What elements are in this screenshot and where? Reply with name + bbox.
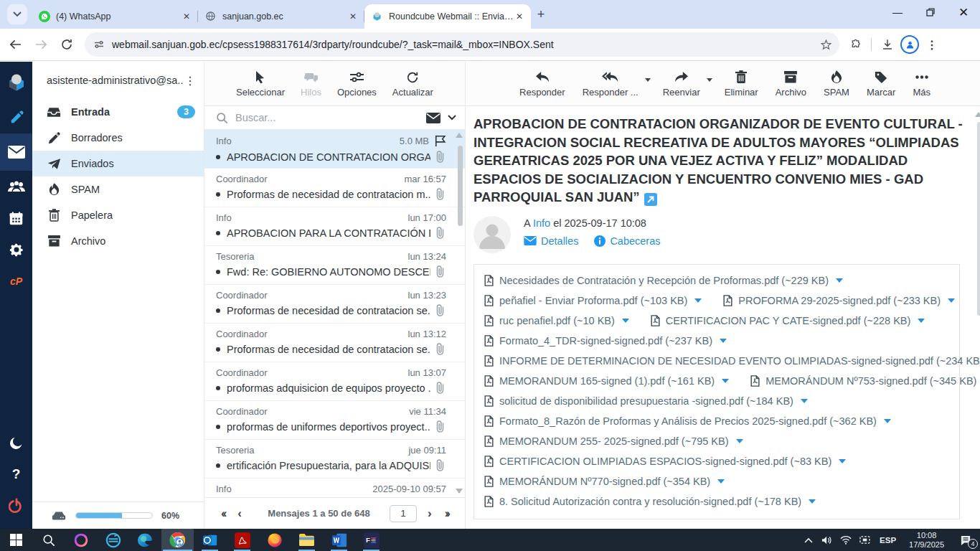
settings-nav-button[interactable] [0, 234, 32, 265]
logout-button[interactable] [0, 490, 32, 522]
attachment-name[interactable]: PROFORMA 29-2025-signed.pdf (~233 KB) [738, 295, 941, 306]
tab-close-icon[interactable]: ✕ [347, 11, 359, 22]
mark-button[interactable]: Marcar [862, 70, 900, 98]
message-row[interactable]: Coordinadorvie 11:34proformas de uniform… [204, 401, 465, 440]
external-link-icon[interactable] [644, 193, 657, 206]
taskbar-search-button[interactable] [32, 529, 65, 551]
prev-page-button[interactable]: ‹ [231, 507, 248, 521]
attachment-name[interactable]: ruc penafiel.pdf (~10 KB) [499, 315, 615, 326]
folder-item-enviados[interactable]: Enviados [32, 151, 204, 176]
next-page-button[interactable]: › [421, 507, 438, 521]
page-input[interactable]: 1 [390, 505, 417, 522]
attachment-item[interactable]: MEMORÁNDUM Nº770-signed.pdf (~354 KB) [484, 476, 725, 487]
attachment-menu-icon[interactable] [694, 298, 702, 303]
wifi-icon[interactable] [837, 529, 855, 551]
attachment-name[interactable]: solicitud de disponibilidad presupuestar… [499, 395, 793, 407]
message-row[interactable]: Info5.0 MBAPROBACION DE CONTRATACION ORG… [204, 130, 465, 169]
back-button[interactable] [4, 34, 26, 55]
details-toggle[interactable]: Detalles [524, 235, 578, 247]
last-page-button[interactable]: ›› [438, 507, 455, 521]
attachment-name[interactable]: CERTIFICACION PAC Y CATE-signed.pdf (~22… [666, 315, 911, 326]
attachment-name[interactable]: MEMORANDUM 255- 2025-signed.pdf (~795 KB… [499, 435, 729, 447]
attachment-menu-icon[interactable] [839, 459, 846, 463]
archive-button[interactable]: Archivo [771, 70, 811, 98]
attachment-menu-icon[interactable] [717, 479, 725, 484]
attachment-item[interactable]: peñafiel - Enviar Proforma.pdf (~103 KB) [484, 295, 702, 306]
attachment-item[interactable]: INFORME DE DETERMINACION DE NECESIDAD EV… [484, 355, 980, 367]
tab-close-icon[interactable]: ✕ [181, 11, 192, 22]
new-tab-button[interactable]: + [531, 4, 551, 24]
threads-button[interactable]: Hilos [296, 70, 326, 98]
tab-sanjuan[interactable]: sanjuan.gob.ec ✕ [198, 4, 364, 29]
search-options-chevron-icon[interactable] [448, 115, 456, 121]
scrollbar-thumb[interactable] [458, 146, 463, 226]
message-row[interactable]: Coordinadormar 16:57Proformas de necesid… [204, 169, 465, 207]
search-scope-icon[interactable] [426, 113, 440, 123]
attachment-item[interactable]: ruc penafiel.pdf (~10 KB) [484, 315, 629, 326]
scroll-up-icon[interactable] [456, 133, 463, 138]
firefox-icon[interactable] [258, 529, 291, 551]
reply-all-menu-icon[interactable] [645, 78, 651, 82]
outlook-icon[interactable] [194, 529, 226, 551]
forward-button[interactable]: Reenviar [658, 70, 705, 98]
select-button[interactable]: Seleccionar [231, 70, 290, 98]
options-button[interactable]: Opciones [332, 70, 382, 98]
close-window-button[interactable]: ✕ [947, 0, 980, 24]
folder-item-archivo[interactable]: Archivo [32, 228, 204, 254]
attachment-menu-icon[interactable] [736, 439, 743, 443]
attachment-name[interactable]: Necesidades de Contratación y Recepción … [499, 275, 829, 286]
tab-close-icon[interactable]: ✕ [514, 11, 525, 22]
calendar-nav-button[interactable] [0, 202, 32, 234]
attachment-menu-icon[interactable] [948, 298, 955, 303]
edge-icon[interactable] [129, 529, 161, 551]
attachment-name[interactable]: MEMORANDUM 165-signed (1).pdf (~161 KB) [499, 375, 715, 387]
attachment-menu-icon[interactable] [801, 399, 808, 403]
attachment-name[interactable]: Formato_4_TDR-signed-signed.pdf (~237 KB… [499, 335, 712, 347]
message-row[interactable]: Coordinadorlun 13:23Proformas de necesid… [204, 285, 465, 324]
attachment-menu-icon[interactable] [722, 379, 729, 383]
attachment-item[interactable]: PROFORMA 29-2025-signed.pdf (~233 KB) [723, 295, 955, 306]
search-bar[interactable]: Buscar... [204, 106, 465, 130]
acrobat-icon[interactable] [226, 529, 258, 551]
tray-expand-icon[interactable] [799, 529, 818, 551]
attachment-item[interactable]: Formato_8_Razón de Proformas y Análisis … [484, 415, 891, 427]
attachment-name[interactable]: MEMORÁNDUM Nº753-signed.pdf (~345 KB) [765, 375, 976, 387]
search-input[interactable]: Buscar... [235, 112, 419, 123]
attachment-item[interactable]: 8. Solicitud Autorización contra y resol… [484, 496, 816, 507]
headers-toggle[interactable]: Cabeceras [594, 235, 660, 247]
forward-button[interactable] [30, 34, 52, 55]
display-connect-icon[interactable] [855, 529, 874, 551]
tab-roundcube[interactable]: Roundcube Webmail :: Enviados ✕ [364, 4, 531, 29]
attachment-name[interactable]: CERTIFICACION OLIMPIADAS ESPACIOS-signed… [499, 456, 831, 467]
scroll-up-icon[interactable] [975, 112, 980, 117]
internet-explorer-icon[interactable] [97, 529, 129, 551]
language-indicator[interactable]: ESP [874, 536, 902, 545]
attachment-item[interactable]: MEMORANDUM 165-signed (1).pdf (~161 KB) [484, 375, 729, 387]
browser-profile-avatar[interactable] [900, 35, 919, 54]
attachment-menu-icon[interactable] [884, 419, 891, 423]
refresh-button[interactable]: Actualizar [387, 70, 438, 98]
message-row[interactable]: Coordinadorlun 13:07proformas adquisicio… [204, 362, 465, 401]
reload-button[interactable] [56, 34, 77, 55]
attachment-name[interactable]: 8. Solicitud Autorización contra y resol… [499, 496, 801, 507]
browser-menu-icon[interactable]: ⋮ [922, 34, 942, 55]
site-info-icon[interactable] [93, 39, 105, 50]
folder-item-spam[interactable]: SPAM [32, 176, 204, 202]
to-recipient[interactable]: Info [533, 217, 550, 229]
chrome-taskbar-icon[interactable] [161, 529, 194, 551]
attachment-menu-icon[interactable] [809, 499, 816, 504]
message-row[interactable]: Tesorerialun 13:24Fwd: Re: GOBIERNO AUTO… [204, 246, 465, 285]
extensions-icon[interactable] [845, 34, 865, 55]
message-row[interactable]: Tesoreriajue 09:11ertificación Presupues… [204, 440, 465, 479]
tab-whatsapp[interactable]: (4) WhatsApp ✕ [32, 4, 198, 29]
cpanel-button[interactable]: cP [0, 265, 32, 297]
help-button[interactable]: ? [0, 458, 32, 490]
word-icon[interactable] [323, 529, 355, 551]
attachment-name[interactable]: Formato_8_Razón de Proformas y Análisis … [499, 415, 877, 427]
spam-button[interactable]: SPAM [819, 70, 854, 98]
more-button[interactable]: Más [908, 70, 936, 98]
folder-item-entrada[interactable]: Entrada3 [32, 99, 204, 125]
attachment-menu-icon[interactable] [622, 319, 629, 323]
flag-icon[interactable] [435, 135, 446, 147]
first-page-button[interactable]: ‹‹ [215, 507, 231, 521]
